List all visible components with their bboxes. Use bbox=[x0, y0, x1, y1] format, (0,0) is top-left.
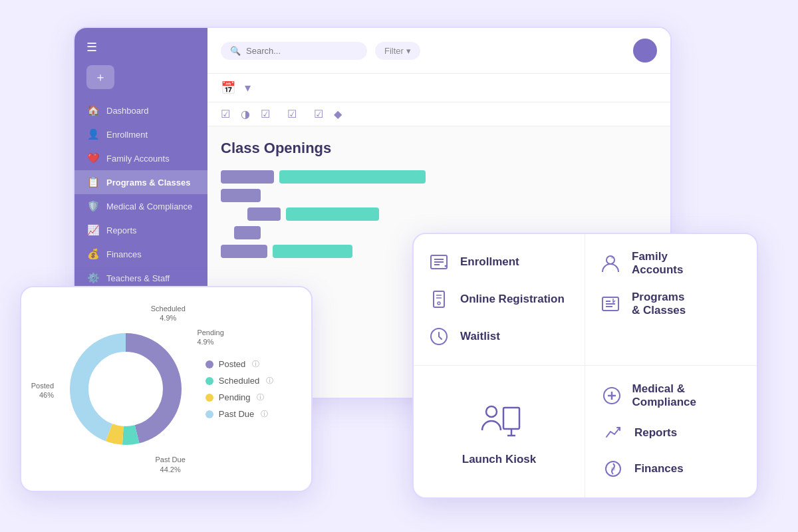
menu-label-finances: Finances bbox=[634, 462, 684, 475]
menu-label-enrollment: Enrollment bbox=[460, 255, 519, 269]
sidebar-item-programs-classes[interactable]: 📋 Programs & Classes bbox=[74, 170, 207, 194]
donut-label-posted: Posted46% bbox=[31, 381, 54, 400]
legend-info-scheduled: ⓘ bbox=[266, 376, 273, 386]
legend-label-posted: Posted bbox=[219, 359, 245, 369]
menu-label-online-reg: Online Registration bbox=[460, 293, 565, 306]
donut-window: Posted46% Scheduled4.9% Pending4.9% Past… bbox=[20, 286, 313, 492]
medical-menu-icon bbox=[601, 384, 623, 408]
filter-check2[interactable]: ☑ bbox=[261, 108, 270, 120]
waitlist-menu-icon bbox=[427, 325, 451, 348]
family-accounts-menu-icon bbox=[598, 251, 622, 275]
legend-info-posted: ⓘ bbox=[252, 359, 259, 369]
filter-bar: ☑ ◑ ☑ ☑ ☑ ◆ bbox=[207, 102, 670, 126]
toolbar: 📅 ▾ bbox=[207, 74, 670, 102]
legend-dot-pastdue bbox=[205, 410, 213, 418]
filter-diamond[interactable]: ◆ bbox=[334, 108, 342, 120]
menu-label-family-accounts: FamilyAccounts bbox=[632, 250, 683, 277]
search-bar[interactable]: 🔍 bbox=[221, 42, 367, 60]
filter-label: Filter ▾ bbox=[384, 46, 411, 56]
legend-pastdue: Past Due ⓘ bbox=[205, 409, 273, 419]
gantt-bar-teal bbox=[286, 207, 379, 221]
kiosk-icon bbox=[473, 397, 526, 453]
sidebar-item-reports[interactable]: 📈 Reports bbox=[74, 218, 207, 242]
sidebar-header: ☰ bbox=[74, 40, 207, 65]
family-icon: ❤️ bbox=[86, 152, 100, 164]
legend-scheduled: Scheduled ⓘ bbox=[205, 376, 273, 386]
gantt-row bbox=[221, 207, 657, 221]
calendar-icon[interactable]: 📅 bbox=[221, 80, 235, 95]
programs-icon: 📋 bbox=[86, 176, 100, 188]
menu-item-programs-classes[interactable]: Programs& Classes bbox=[598, 291, 743, 318]
gantt-bar-purple bbox=[221, 245, 267, 258]
legend-label-pastdue: Past Due bbox=[219, 409, 254, 419]
menu-section-right-bottom: Medical & Compliance Reports Finances bbox=[585, 366, 757, 497]
hamburger-icon[interactable]: ☰ bbox=[86, 40, 97, 55]
sidebar-item-medical[interactable]: 🛡️ Medical & Compliance bbox=[74, 194, 207, 218]
svg-point-4 bbox=[445, 265, 447, 267]
enrollment-icon: 👤 bbox=[86, 128, 100, 140]
menu-item-waitlist[interactable]: Waitlist bbox=[427, 325, 571, 348]
gantt-row bbox=[221, 170, 657, 184]
legend-posted: Posted ⓘ bbox=[205, 359, 273, 369]
finances-icon: 💰 bbox=[86, 248, 100, 260]
kiosk-label: Launch Kiosk bbox=[462, 453, 536, 466]
menu-label-reports: Reports bbox=[634, 426, 677, 440]
avatar bbox=[633, 39, 657, 63]
legend-dot-scheduled bbox=[205, 377, 213, 385]
legend-label-scheduled: Scheduled bbox=[219, 376, 259, 386]
teachers-icon: ⚙️ bbox=[86, 272, 100, 284]
legend-dot-posted bbox=[205, 360, 213, 368]
gantt-bar-purple bbox=[234, 226, 261, 239]
search-icon: 🔍 bbox=[230, 46, 241, 56]
svg-point-15 bbox=[486, 406, 497, 417]
menu-item-medical[interactable]: Medical & Compliance bbox=[601, 382, 741, 410]
sidebar-item-enrollment[interactable]: 👤 Enrollment bbox=[74, 122, 207, 146]
menu-item-finances[interactable]: Finances bbox=[601, 457, 741, 481]
legend-info-pastdue: ⓘ bbox=[261, 409, 268, 419]
menu-item-reports[interactable]: Reports bbox=[601, 421, 741, 445]
gantt-bar-teal bbox=[273, 245, 352, 258]
topbar: 🔍 Filter ▾ bbox=[207, 28, 670, 74]
filter-check1[interactable]: ☑ bbox=[221, 108, 230, 120]
filter-half1[interactable]: ◑ bbox=[241, 108, 250, 120]
medical-icon: 🛡️ bbox=[86, 200, 100, 212]
legend-info-pending: ⓘ bbox=[257, 392, 264, 402]
menu-item-enrollment[interactable]: Enrollment bbox=[427, 250, 571, 274]
gantt-bar-teal bbox=[279, 170, 426, 184]
reports-menu-icon bbox=[601, 421, 625, 445]
menu-section-right-top: FamilyAccounts Programs& Classes bbox=[585, 234, 757, 366]
menu-section-left-top: Enrollment Online Registration Waitlis bbox=[414, 234, 585, 366]
donut-label-scheduled: Scheduled4.9% bbox=[151, 304, 186, 323]
menu-label-medical: Medical & Compliance bbox=[632, 382, 741, 410]
filter-check4[interactable]: ☑ bbox=[314, 108, 323, 120]
legend-dot-pending bbox=[205, 394, 213, 402]
donut-label-pastdue: Past Due44.2% bbox=[156, 455, 186, 474]
gantt-row bbox=[221, 189, 657, 202]
add-button[interactable]: ＋ bbox=[86, 65, 114, 89]
legend-label-pending: Pending bbox=[219, 392, 251, 402]
sidebar-item-dashboard[interactable]: 🏠 Dashboard bbox=[74, 98, 207, 122]
svg-rect-16 bbox=[503, 408, 519, 429]
finances-menu-icon bbox=[601, 457, 625, 481]
home-icon: 🏠 bbox=[86, 104, 100, 116]
svg-point-8 bbox=[438, 302, 440, 305]
dropdown-arrow-icon[interactable]: ▾ bbox=[245, 80, 251, 95]
sidebar-item-finances[interactable]: 💰 Finances bbox=[74, 242, 207, 266]
menu-label-programs-classes: Programs& Classes bbox=[632, 291, 686, 318]
menu-label-waitlist: Waitlist bbox=[460, 330, 500, 343]
search-input[interactable] bbox=[246, 46, 339, 56]
enrollment-menu-icon bbox=[427, 250, 451, 274]
menu-popup: Enrollment Online Registration Waitlis bbox=[412, 233, 758, 499]
sidebar-item-family-accounts[interactable]: ❤️ Family Accounts bbox=[74, 146, 207, 170]
filter-dropdown[interactable]: Filter ▾ bbox=[375, 42, 420, 60]
donut-label-pending: Pending4.9% bbox=[197, 328, 223, 347]
menu-item-online-reg[interactable]: Online Registration bbox=[427, 287, 571, 311]
menu-item-family-accounts[interactable]: FamilyAccounts bbox=[598, 250, 743, 277]
svg-point-23 bbox=[611, 467, 615, 471]
reports-icon: 📈 bbox=[86, 224, 100, 236]
gantt-bar-purple bbox=[221, 189, 261, 202]
programs-classes-menu-icon bbox=[598, 292, 622, 316]
chart-legend: Posted ⓘ Scheduled ⓘ Pending ⓘ Past Due … bbox=[205, 359, 273, 419]
menu-section-kiosk[interactable]: Launch Kiosk bbox=[414, 366, 585, 497]
filter-check3[interactable]: ☑ bbox=[287, 108, 297, 120]
